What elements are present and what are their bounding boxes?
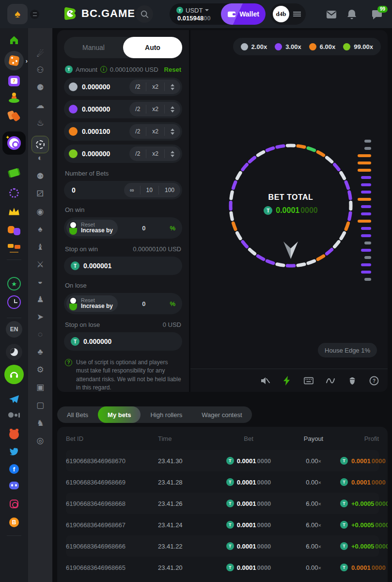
preset-button[interactable]: 100 [158,186,180,194]
preset-button[interactable]: 10 [140,186,158,194]
bets-tab-wager-contest[interactable]: Wager contest [192,406,251,423]
game-icon-19[interactable]: ⚙ [28,365,52,375]
balance-widget[interactable]: T USDT 0.01594800 Wallet [170,3,266,25]
on-lose-mode-toggle[interactable]: Reset Increase by [66,295,118,312]
brand-logo[interactable]: BC.GAME [62,6,135,21]
sidebar-item-vip[interactable] [0,207,28,216]
stop-on-lose-input[interactable]: 0.000000 [83,338,111,345]
game-icon-5[interactable]: ♨ [28,118,52,128]
step-up-icon[interactable] [171,129,174,131]
bet-history-row[interactable]: 61906683646968669 23.41.28 T 0.00010000 … [66,471,379,493]
social-instagram[interactable] [0,500,28,508]
sidebar-item-recent[interactable] [0,295,28,309]
half-button[interactable]: /2 [129,127,146,136]
double-button[interactable]: x2 [146,82,164,91]
game-icon-wheel-active[interactable] [28,136,52,153]
bet-history-row[interactable]: 61906683646968665 23.41.20 T 0.00010000 … [66,557,379,578]
step-down-icon[interactable] [171,110,174,113]
step-up-icon[interactable] [171,151,174,153]
bet-amount-input[interactable]: 0.000000 [82,83,110,91]
on-win-value-input[interactable]: 0 [118,225,170,232]
casino-menu-button[interactable]: ♠ [7,4,28,24]
bet-amount-input[interactable]: 0.000100 [82,128,110,135]
step-down-icon[interactable] [171,132,174,135]
bet-history-row[interactable]: 61906683646968670 23.41.30 T 0.00010000 … [66,450,379,471]
bets-tab-my-bets[interactable]: My bets [98,406,141,423]
half-button[interactable]: /2 [129,105,146,113]
sidebar-item-current-game[interactable]: ✦ [0,131,28,155]
step-up-icon[interactable] [171,106,174,109]
search-button[interactable] [136,5,153,23]
avatar[interactable]: d4b [273,6,289,22]
sidebar-item-lottery[interactable] [0,169,28,177]
bets-tab-high-rollers[interactable]: High rollers [141,406,192,423]
game-icon-2[interactable]: ⚇ [28,65,52,75]
game-icon-23[interactable]: ◎ [28,436,52,446]
social-twitter[interactable] [0,447,28,455]
number-of-bets-input[interactable]: 0 [72,186,76,194]
sidebar-item-bcoriginals[interactable] [0,93,28,103]
game-icon-11[interactable]: ♠ [28,225,52,234]
double-button[interactable]: x2 [146,105,164,113]
game-icon-21[interactable]: ▢ [28,400,52,410]
chat-button[interactable]: 99 [371,9,383,20]
sidebar-item-casino[interactable]: › [0,51,28,70]
reset-amounts-button[interactable]: Reset [164,66,181,73]
stats-button[interactable] [326,376,335,386]
bet-history-row[interactable]: 61906683646968667 23.41.24 T 0.00010000 … [66,514,379,535]
social-discord[interactable] [0,482,28,489]
theme-toggle[interactable] [0,344,28,360]
collapse-sidebar-button[interactable] [30,10,39,19]
game-icon-20[interactable]: ▣ [28,382,52,392]
social-medium[interactable] [0,412,28,418]
sidebar-item-sports[interactable] [0,226,28,236]
game-icon-7[interactable]: ◐ [28,153,52,163]
stepper[interactable] [164,127,180,136]
half-button[interactable]: /2 [129,149,146,158]
game-icon-15[interactable]: ♟ [28,294,52,305]
on-win-mode-toggle[interactable]: Reset Increase by [66,220,118,236]
game-icon-16[interactable]: ➤ [28,312,52,322]
game-icon-9[interactable]: ⚂ [28,189,52,199]
fairness-button[interactable] [347,376,357,386]
game-icon-4[interactable]: ☁ [28,100,52,111]
social-facebook[interactable]: f [0,464,28,474]
bet-history-row[interactable]: 61906683646968666 23.41.22 T 0.00010000 … [66,535,379,557]
support-button[interactable] [0,365,28,384]
on-win-increase-option[interactable]: Increase by [81,227,113,234]
half-button[interactable]: /2 [129,82,146,91]
account-widget[interactable]: d4b [270,3,306,25]
bets-tab-all-bets[interactable]: All Bets [57,406,98,423]
bet-amount-input[interactable]: 0.000000 [82,150,110,158]
stepper[interactable] [164,82,180,91]
sidebar-item-affiliate[interactable] [0,244,28,254]
sidebar-item-ring[interactable] [0,188,28,198]
tab-auto[interactable]: Auto [123,37,182,58]
language-button[interactable]: EN [0,321,28,338]
game-icon-8[interactable]: ⚉ [28,171,52,181]
info-icon[interactable]: i [100,66,107,73]
game-icon-13[interactable]: ⚔ [28,259,52,270]
messages-button[interactable] [326,9,337,20]
stepper[interactable] [164,149,180,158]
game-icon-12[interactable]: ♝ [28,242,52,252]
turbo-button[interactable] [282,376,292,386]
game-icon-1[interactable]: ☄ [28,49,52,59]
bet-amount-input[interactable]: 0.000000 [82,105,110,113]
double-button[interactable]: x2 [146,127,164,136]
sidebar-item-slots[interactable]: 7 [0,76,28,86]
game-icon-22[interactable]: ♞ [28,418,52,428]
help-button[interactable]: ? [369,376,379,386]
wallet-button[interactable]: Wallet [221,3,266,25]
hotkeys-button[interactable] [304,376,314,386]
sound-muted-button[interactable] [260,376,270,386]
sidebar-item-promotions[interactable] [0,111,28,122]
bet-history-row[interactable]: 61906683646968668 23.41.26 T 0.00010000 … [66,493,379,514]
step-up-icon[interactable] [171,84,174,86]
on-lose-value-input[interactable]: 0 [118,300,170,307]
sidebar-item-vip-club[interactable]: ★ [0,277,28,291]
preset-button[interactable]: ∞ [124,186,140,194]
step-down-icon[interactable] [171,88,174,90]
game-icon-18[interactable]: ♣ [28,347,52,357]
social-github[interactable] [0,430,28,439]
